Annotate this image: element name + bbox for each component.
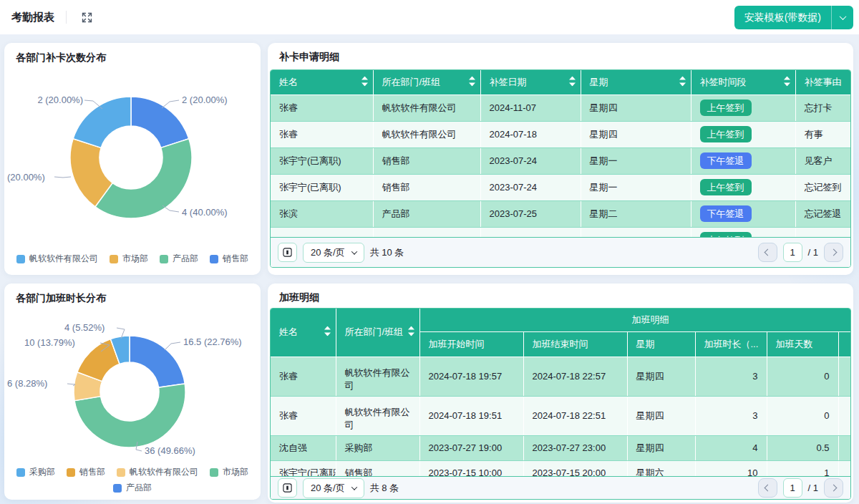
column-header[interactable]: 星期 (627, 331, 695, 357)
sort-icon[interactable] (784, 76, 790, 88)
cell-reason: 忘打卡 (795, 94, 850, 121)
legend-label: 帆软软件有限公司 (29, 253, 98, 265)
table-row[interactable]: 张睿 帆软软件有限公司 2024-07-18 19:51 2024-07-18 … (271, 396, 850, 435)
chevron-right-icon (830, 249, 838, 256)
install-template-button[interactable]: 安装模板(带数据) (734, 6, 853, 29)
slot-badge: 上午签到 (700, 126, 752, 142)
column-header[interactable]: 加班时长（... (695, 331, 767, 357)
column-header[interactable]: 所在部门/班组 (373, 70, 480, 94)
chart-legend-row2: 产品部 (4, 482, 261, 494)
cell-dept: 销售部 (373, 147, 480, 174)
cell-end: 2024-07-18 22:51 (523, 396, 627, 435)
sort-icon[interactable] (324, 326, 331, 339)
table-scroll-area[interactable]: 姓名 所在部门/班组 补签日期 星期 补签时间段 补签事由 (271, 70, 850, 238)
next-page-button[interactable] (824, 243, 843, 262)
column-header[interactable]: 加班结束时间 (523, 331, 627, 357)
next-page-button[interactable] (824, 478, 843, 498)
cell-start: 2024-07-18 19:57 (419, 357, 523, 396)
prev-page-button[interactable] (758, 243, 777, 262)
table-row[interactable]: 张睿 帆软软件有限公司 2024-11-07 星期四 上午签到 忘打卡 (271, 94, 850, 121)
prev-page-button[interactable] (758, 478, 777, 498)
sort-icon[interactable] (469, 76, 475, 88)
cell-hours: 4 (695, 435, 767, 460)
legend-item[interactable]: 产品部 (160, 253, 198, 265)
callout-label: 16.5 (22.76%) (183, 336, 242, 347)
column-header[interactable]: 补签事由 (795, 70, 850, 94)
legend-label: 帆软软件有限公司 (130, 466, 198, 478)
table-row[interactable]: 张滨 产品部 2023-07-25 星期二 下午签退 忘记签退 (271, 200, 850, 227)
column-header[interactable]: 姓名 (271, 70, 373, 94)
sort-icon[interactable] (361, 76, 368, 88)
column-header[interactable]: 补签时间段 (691, 70, 795, 94)
pagination-settings-icon[interactable] (278, 243, 297, 262)
legend-item[interactable]: 销售部 (67, 466, 105, 478)
slot-badge: 上午签到 (700, 232, 752, 238)
legend-item[interactable]: 帆软软件有限公司 (117, 466, 198, 478)
column-header[interactable]: 姓名 (271, 309, 336, 357)
legend-item[interactable]: 市场部 (110, 253, 148, 265)
pagination-settings-icon[interactable] (278, 478, 297, 498)
cell-slot: 上午签到 (691, 227, 795, 238)
legend-item[interactable]: 市场部 (210, 466, 248, 478)
donut-slice-销售部[interactable] (131, 97, 189, 147)
table-title: 加班明细 (279, 291, 319, 304)
legend-item[interactable]: 帆软软件有限公司 (16, 253, 98, 265)
makeup-count-donut-chart[interactable] (4, 43, 261, 275)
cell-date: 2024-07-18 (480, 121, 581, 147)
cell-end: 2023-07-15 20:00 (523, 460, 627, 477)
page-size-select[interactable]: 20 条/页 (303, 243, 364, 263)
fullscreen-expand-icon[interactable] (78, 9, 95, 26)
table-widget: 姓名 所在部门/班组 加班明细 加班开始时间 加班结束时间 星期 加班时长（..… (270, 308, 851, 500)
legend-item[interactable]: 采购部 (16, 466, 55, 478)
cell-reason (795, 227, 850, 238)
sort-icon[interactable] (679, 76, 686, 88)
table-row[interactable]: 张睿 帆软软件有限公司 2024-07-18 星期四 上午签到 有事 (271, 121, 850, 147)
slot-badge: 下午签退 (700, 205, 752, 222)
slot-badge: 下午签退 (700, 152, 752, 169)
cell-name: 张睿 (271, 396, 336, 435)
chevron-down-icon[interactable] (832, 6, 853, 29)
table-row[interactable]: 张睿 帆软软件有限公司 2024-07-18 19:57 2024-07-18 … (271, 357, 850, 396)
donut-slice-产品部[interactable] (130, 336, 185, 387)
cell-dept: 产品部 (373, 200, 480, 227)
cell-days: 0 (767, 357, 838, 396)
chevron-down-icon (351, 248, 356, 254)
legend-label: 采购部 (29, 466, 55, 478)
sort-icon[interactable] (569, 76, 576, 88)
column-header[interactable]: 加班天数 (767, 331, 838, 357)
column-header-clipped (838, 331, 850, 357)
table-row-partial[interactable]: 张宇宁(已离职) 销售部 2023-07-15 10:00 2023-07-15… (271, 460, 850, 477)
callout-label: 4 (40.00%) (182, 207, 228, 218)
column-header[interactable]: 补签日期 (480, 70, 581, 94)
page-number-input[interactable]: 1 (783, 243, 802, 262)
card-makeup-count-chart: 各部门补卡次数分布 2 (20.00%) 2 (20.00%) (20.00%)… (4, 43, 261, 275)
table-row-partial[interactable]: 上午签到 (271, 227, 850, 238)
table-row[interactable]: 沈自强 采购部 2023-07-27 19:00 2023-07-27 23:0… (271, 435, 850, 460)
column-header[interactable]: 星期 (581, 70, 691, 94)
cell-reason: 忘记签到 (795, 174, 850, 200)
column-header[interactable]: 加班开始时间 (419, 331, 523, 357)
sort-icon[interactable] (408, 326, 414, 339)
cell-name: 张滨 (271, 200, 373, 227)
cell-days: 1 (767, 460, 838, 477)
callout-label: 36 (49.66%) (145, 445, 195, 456)
column-header[interactable]: 所在部门/班组 (336, 309, 419, 357)
cell-days: 0 (767, 396, 838, 435)
table-row[interactable]: 张宇宁(已离职) 销售部 2023-07-24 星期一 上午签到 忘记签到 (271, 174, 850, 200)
legend-label: 市场部 (122, 253, 148, 265)
topbar: 考勤报表 安装模板(带数据) (0, 0, 859, 34)
legend-item[interactable]: 销售部 (210, 253, 248, 265)
cell-clipped (838, 357, 850, 396)
table-row[interactable]: 张宇宁(已离职) 销售部 2023-07-24 星期一 下午签退 见客户 (271, 147, 850, 174)
cell-date (480, 227, 581, 238)
table-scroll-area[interactable]: 姓名 所在部门/班组 加班明细 加班开始时间 加班结束时间 星期 加班时长（..… (271, 309, 850, 477)
page-size-value: 20 条/页 (311, 482, 345, 495)
install-template-label: 安装模板(带数据) (734, 6, 831, 29)
legend-swatch (210, 255, 218, 263)
table-title: 补卡申请明细 (279, 51, 339, 64)
cell-days: 0.5 (767, 435, 838, 460)
donut-slice-产品部[interactable] (95, 139, 192, 218)
legend-item[interactable]: 产品部 (113, 482, 152, 494)
page-size-select[interactable]: 20 条/页 (303, 478, 364, 498)
page-number-input[interactable]: 1 (783, 478, 802, 498)
